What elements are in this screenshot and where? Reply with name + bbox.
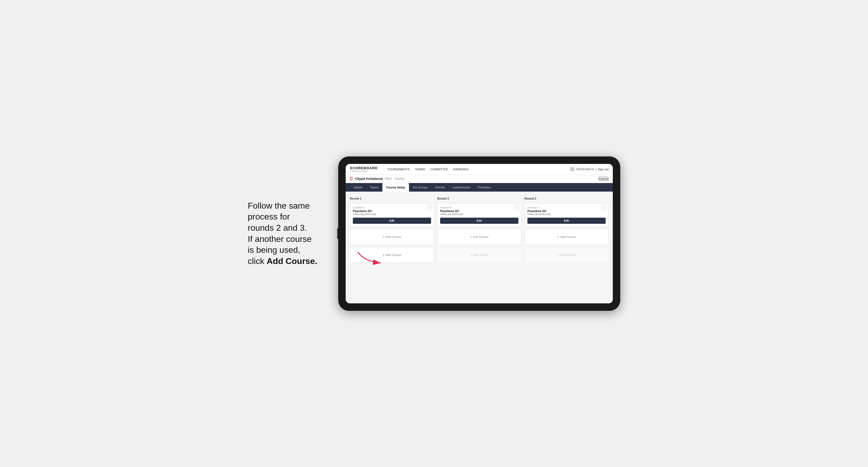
round-2-course-name: Peachtree GC [440, 210, 518, 213]
round-3-column: Round 3 ○ (Course A) Peachtree GC Yellow… [524, 197, 609, 263]
hosting-badge: Hosting [395, 177, 404, 180]
logo-powered: Powered by clippd [350, 170, 378, 173]
round-2-course-details: Yellow (M) (6629 yds) [440, 213, 518, 216]
add-icon-r3-2: + [557, 253, 559, 257]
add-icon-r1-2: + [383, 253, 385, 257]
nav-link-tournaments[interactable]: TOURNAMENTS [387, 166, 410, 172]
round-1-column: Round 1 ○ (Course A) Peachtree GC Yellow… [350, 197, 434, 263]
round-2-title: Round 2 [437, 197, 521, 200]
top-nav: SCOREBOARD Powered by clippd TOURNAMENTS… [346, 164, 613, 175]
instruction-bold: Add Course. [267, 256, 317, 266]
round-3-add-course-label-2: Add Course [560, 253, 576, 256]
nav-link-committee[interactable]: COMMITTEE [431, 166, 448, 172]
sub-header: C Clippd Invitational (Men) Hosting Canc… [346, 175, 613, 183]
round-1-course-name: Peachtree GC [353, 210, 431, 213]
nav-link-teams[interactable]: TEAMS [415, 166, 425, 172]
instruction-line1: Follow the same [248, 201, 310, 211]
round-1-add-course-label-1: Add Course [386, 235, 401, 239]
logo-area: SCOREBOARD Powered by clippd [350, 166, 378, 173]
round-2-add-course-label-2: Add Course [473, 253, 489, 256]
tab-bar: Details Teams Course Setup Tee Groups Re… [346, 183, 613, 192]
tab-details[interactable]: Details [350, 183, 366, 192]
round-1-remove-button[interactable]: ○ [427, 205, 432, 210]
user-avatar [570, 167, 575, 172]
tablet-screen: SCOREBOARD Powered by clippd TOURNAMENTS… [346, 164, 613, 303]
tab-results[interactable]: Results [431, 183, 448, 192]
sign-out-link[interactable]: Sign out [598, 166, 609, 172]
instruction-line5: is being used, [248, 245, 300, 255]
tablet-side-button [337, 228, 338, 239]
round-2-add-course-2: + Add Course [437, 247, 521, 263]
round-1-add-course-label-2: Add Course [386, 253, 401, 256]
round-2-course-label: (Course A) [440, 206, 518, 209]
instruction-line3: rounds 2 and 3. [248, 223, 307, 232]
round-3-course-label: (Course A) [527, 206, 606, 209]
round-1-edit-button[interactable]: Edit [353, 218, 431, 224]
round-3-add-course-1[interactable]: + Add Course [524, 229, 609, 245]
add-icon-r2-1: + [470, 235, 472, 239]
tab-tee-groups[interactable]: Tee Groups [409, 183, 432, 192]
add-icon-r1-1: + [383, 235, 385, 239]
c-logo: C [350, 177, 353, 181]
nav-link-rankings[interactable]: RANKINGS [454, 166, 469, 172]
round-3-course-card: ○ (Course A) Peachtree GC Yellow (M) (66… [524, 203, 609, 227]
user-email: blair@clippd.io [576, 168, 594, 170]
tournament-info: C Clippd Invitational (Men) Hosting [350, 177, 404, 181]
round-3-course-name: Peachtree GC [527, 210, 606, 213]
instruction-line2: process for [248, 212, 290, 221]
nav-links: TOURNAMENTS TEAMS COMMITTEE RANKINGS [387, 166, 564, 172]
page-wrapper: Follow the same process for rounds 2 and… [248, 156, 620, 311]
tab-course-setup[interactable]: Course Setup [382, 183, 409, 192]
round-2-edit-button[interactable]: Edit [440, 218, 518, 224]
tournament-name: Clippd Invitational [355, 177, 383, 181]
round-3-add-course-2: + Add Course [524, 247, 609, 263]
round-3-remove-button[interactable]: ○ [602, 205, 607, 210]
round-3-add-course-label-1: Add Course [560, 235, 576, 239]
logo-scoreboard: SCOREBOARD [350, 166, 378, 170]
round-1-add-course-2[interactable]: + Add Course [350, 247, 434, 263]
instruction-line4: If another course [248, 234, 312, 244]
tablet-frame: SCOREBOARD Powered by clippd TOURNAMENTS… [338, 156, 620, 311]
round-2-add-course-label-1: Add Course [473, 235, 489, 239]
tab-leaderboards[interactable]: Leaderboards [448, 183, 474, 192]
round-1-course-details: Yellow (M) (6629 yds) [353, 213, 431, 216]
round-2-remove-button[interactable]: ○ [515, 205, 519, 210]
main-content: Round 1 ○ (Course A) Peachtree GC Yellow… [346, 192, 613, 303]
cancel-button[interactable]: Cancel [598, 177, 609, 181]
nav-separator: | [595, 168, 596, 170]
round-1-course-label: (Course A) [353, 206, 431, 209]
round-2-course-card: ○ (Course A) Peachtree GC Yellow (M) (66… [437, 203, 521, 227]
rounds-grid: Round 1 ○ (Course A) Peachtree GC Yellow… [350, 197, 609, 263]
round-2-add-course-1[interactable]: + Add Course [437, 229, 521, 245]
round-3-edit-button[interactable]: Edit [527, 218, 606, 224]
round-1-title: Round 1 [350, 197, 434, 200]
instruction-line6: click [248, 256, 267, 266]
round-3-course-details: Yellow (M) (6629 yds) [527, 213, 606, 216]
tab-printables[interactable]: Printables [474, 183, 495, 192]
round-1-add-course-1[interactable]: + Add Course [350, 229, 434, 245]
round-2-column: Round 2 ○ (Course A) Peachtree GC Yellow… [437, 197, 521, 263]
round-3-title: Round 3 [524, 197, 609, 200]
round-1-course-card: ○ (Course A) Peachtree GC Yellow (M) (66… [350, 203, 434, 227]
tab-teams[interactable]: Teams [366, 183, 382, 192]
add-icon-r2-2: + [470, 253, 472, 257]
add-icon-r3-1: + [557, 235, 559, 239]
tournament-tag: (Men) [385, 177, 392, 180]
nav-right: blair@clippd.io | Sign out [570, 166, 609, 172]
instruction-text: Follow the same process for rounds 2 and… [248, 200, 322, 267]
